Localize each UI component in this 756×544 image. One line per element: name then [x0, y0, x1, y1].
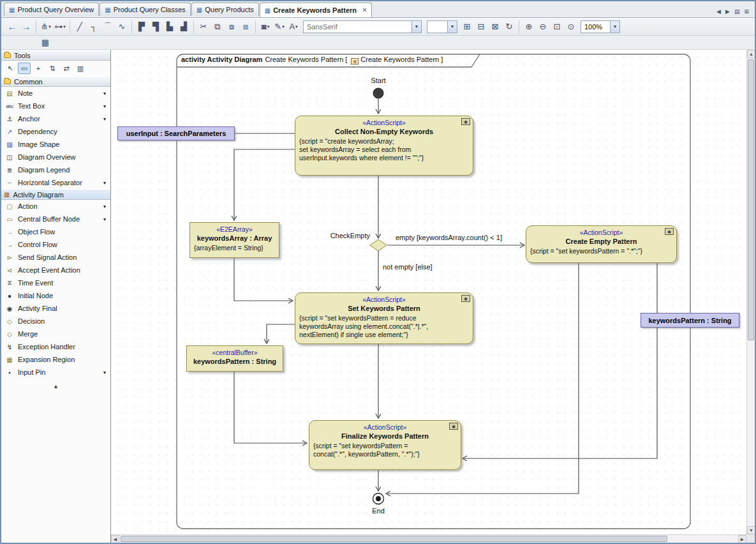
- palette-item-text-box[interactable]: abcText Box▾: [1, 100, 110, 112]
- align-center-icon[interactable]: ▜: [149, 20, 163, 34]
- pointer-tool-icon[interactable]: ↖: [4, 63, 17, 74]
- palette-item-activity-final[interactable]: ◉Activity Final: [1, 302, 110, 315]
- palette-item-central-buffer-node[interactable]: ▭Central Buffer Node▾: [1, 213, 110, 225]
- palette-item-merge[interactable]: ◇Merge: [1, 328, 110, 340]
- palette-item-accept-event-action[interactable]: ⊲Accept Event Action: [1, 264, 110, 276]
- zoom-select[interactable]: 100% ▼: [581, 20, 620, 33]
- palette-section-common[interactable]: Common: [1, 76, 110, 87]
- chevron-down-icon[interactable]: ▾: [103, 180, 107, 186]
- vertical-scrollbar[interactable]: ▲ ▼: [746, 50, 755, 534]
- refresh-icon[interactable]: ↻: [502, 20, 516, 34]
- action-collect-non-empty-keywords[interactable]: ◉ «ActionScript» Collect Non-Empty Keywo…: [295, 116, 473, 176]
- paste-icon[interactable]: ⧇: [225, 20, 239, 34]
- tab-product-query-classes[interactable]: ▦Product Query Classes: [100, 3, 191, 16]
- make-same-width-icon[interactable]: ⊞: [460, 20, 474, 34]
- buffer-keywordsarray[interactable]: «E2EArray» keywordsArray : Array {arrayE…: [189, 222, 279, 258]
- selection-tool-icon[interactable]: ▭: [18, 63, 31, 74]
- palette-item-send-signal-action[interactable]: ⊳Send Signal Action: [1, 251, 110, 264]
- paste-special-icon[interactable]: ⧈: [239, 20, 253, 34]
- cut-icon[interactable]: ✂: [196, 20, 211, 34]
- autosize-icon[interactable]: ⊠: [488, 20, 502, 34]
- fill-color-icon[interactable]: ◙▾: [258, 20, 272, 34]
- scroll-tabs-left-icon[interactable]: ◀: [716, 8, 721, 15]
- action-finalize-keywords-pattern[interactable]: ◉ «ActionScript» Finalize Keywords Patte…: [309, 420, 461, 470]
- close-icon[interactable]: ×: [362, 7, 367, 13]
- pan-tool-icon[interactable]: +: [32, 63, 45, 74]
- scroll-left-icon[interactable]: ◀: [111, 535, 119, 543]
- chevron-down-icon[interactable]: ▼: [447, 21, 457, 33]
- palette-item-object-flow[interactable]: →Object Flow: [1, 225, 110, 238]
- edge-set-to-keywordspattern[interactable]: [267, 324, 295, 344]
- scroll-tabs-right-icon[interactable]: ▶: [725, 8, 730, 15]
- chevron-down-icon[interactable]: ▾: [103, 370, 107, 375]
- font-size-select[interactable]: ▼: [427, 20, 457, 33]
- make-same-height-icon[interactable]: ⊟: [474, 20, 488, 34]
- edge-create-empty-to-finalize[interactable]: [463, 263, 657, 458]
- related-elements-icon[interactable]: ⊶▾: [53, 20, 67, 34]
- edge-keywordsarray-to-set[interactable]: [234, 258, 293, 301]
- tab-query-products[interactable]: ▦Query Products: [191, 3, 259, 16]
- palette-item-control-flow[interactable]: →Control Flow: [1, 238, 110, 251]
- rounded-path-icon[interactable]: ⌒: [101, 20, 115, 34]
- initial-node[interactable]: [373, 88, 383, 98]
- pin-keywordspattern-string[interactable]: keywordsPattern : String: [641, 313, 739, 328]
- horizontal-scrollbar[interactable]: ◀ ▶: [111, 534, 746, 543]
- palette-item-action[interactable]: ▢Action▾: [1, 200, 110, 213]
- diagram-canvas[interactable]: activity Activity DiagramCreate Keywords…: [111, 50, 746, 534]
- palette-item-decision[interactable]: ◇Decision: [1, 315, 110, 328]
- tab-create-keywords-pattern[interactable]: ▦Create Keywords Pattern×: [260, 3, 372, 17]
- distribute-horizontal-icon[interactable]: ⇄: [60, 63, 73, 74]
- tab-product-query-overview[interactable]: ▦Product Query Overview: [4, 3, 99, 16]
- pen-color-icon[interactable]: ✎▾: [272, 20, 286, 34]
- horizontal-scroll-thumb[interactable]: [121, 536, 667, 542]
- distribute-vertical-icon[interactable]: ⇅: [46, 63, 59, 74]
- palette-item-note[interactable]: ▤Note▾: [1, 87, 110, 100]
- rectilinear-path-icon[interactable]: ┐: [87, 20, 101, 34]
- guard-empty-label[interactable]: empty [keywordsArray.count() < 1]: [396, 234, 502, 241]
- zoom-1-1-icon[interactable]: ⊙: [564, 20, 578, 34]
- scroll-down-icon[interactable]: ▼: [747, 526, 755, 534]
- font-color-icon[interactable]: A▾: [286, 20, 300, 34]
- palette-item-exception-handler[interactable]: ↯Exception Handler: [1, 340, 110, 353]
- buffer-keywordspattern[interactable]: «centralBuffer» keywordsPattern : String: [186, 345, 283, 372]
- containment-layout-icon[interactable]: ⋔▾: [39, 20, 53, 34]
- spline-path-icon[interactable]: ∿: [115, 20, 129, 34]
- scroll-right-icon[interactable]: ▶: [738, 535, 746, 543]
- palette-item-initial-node[interactable]: ●Initial Node: [1, 289, 110, 302]
- edge-keywordspattern-to-finalize[interactable]: [234, 372, 307, 443]
- palette-item-time-event[interactable]: ⧖Time Event: [1, 276, 110, 289]
- palette-item-dependency[interactable]: ↗Dependency: [1, 125, 110, 138]
- palette-item-diagram-overview[interactable]: ◫Diagram Overview: [1, 151, 110, 163]
- scroll-up-icon[interactable]: ▲: [747, 50, 755, 58]
- swimlane-tool-icon[interactable]: ▥: [74, 63, 87, 74]
- diagram-grid-icon[interactable]: ▦: [38, 36, 52, 49]
- chevron-down-icon[interactable]: ▾: [103, 103, 107, 109]
- edge-collect-to-keywordsarray[interactable]: [234, 149, 295, 220]
- palette-section-tools[interactable]: Tools: [1, 50, 110, 61]
- maximize-diagram-icon[interactable]: ⊞: [744, 8, 749, 15]
- palette-item-diagram-legend[interactable]: ≣Diagram Legend: [1, 163, 110, 176]
- guard-not-empty-label[interactable]: not empty [else]: [383, 263, 433, 271]
- tab-list-icon[interactable]: ▤: [734, 8, 740, 15]
- decision-diamond[interactable]: [370, 239, 387, 251]
- font-family-select[interactable]: SansSerif ▼: [303, 20, 422, 33]
- back-icon[interactable]: ←: [5, 20, 19, 34]
- palette-item-expansion-region[interactable]: ▦Expansion Region: [1, 353, 110, 366]
- distribute-shapes-icon[interactable]: ▟: [177, 20, 191, 34]
- palette-item-horizontal-separator[interactable]: ┈Horizontal Separator▾: [1, 176, 110, 189]
- palette-scroll-up-icon[interactable]: ▲: [1, 379, 110, 394]
- vertical-scroll-thumb[interactable]: [748, 59, 754, 340]
- palette-item-anchor[interactable]: ⚓Anchor▾: [1, 112, 110, 125]
- pin-userinput-searchparameters[interactable]: userInput : SearchParameters: [117, 126, 235, 140]
- palette-section-activity-diagram[interactable]: ▦ Activity Diagram: [1, 189, 110, 200]
- chevron-down-icon[interactable]: ▾: [103, 216, 107, 222]
- align-left-icon[interactable]: ▛: [135, 20, 149, 34]
- action-create-empty-pattern[interactable]: ◉ «ActionScript» Create Empty Pattern {s…: [526, 225, 677, 263]
- action-set-keywords-pattern[interactable]: ◉ «ActionScript» Set Keywords Pattern {s…: [295, 292, 473, 344]
- decision-name-label[interactable]: CheckEmpty: [309, 232, 370, 239]
- palette-item-input-pin[interactable]: ▪Input Pin▾: [1, 366, 110, 379]
- palette-item-image-shape[interactable]: ▨Image Shape: [1, 138, 110, 151]
- zoom-out-icon[interactable]: ⊖: [536, 20, 550, 34]
- align-bottom-icon[interactable]: ▙: [163, 20, 177, 34]
- forward-icon[interactable]: →: [19, 20, 33, 34]
